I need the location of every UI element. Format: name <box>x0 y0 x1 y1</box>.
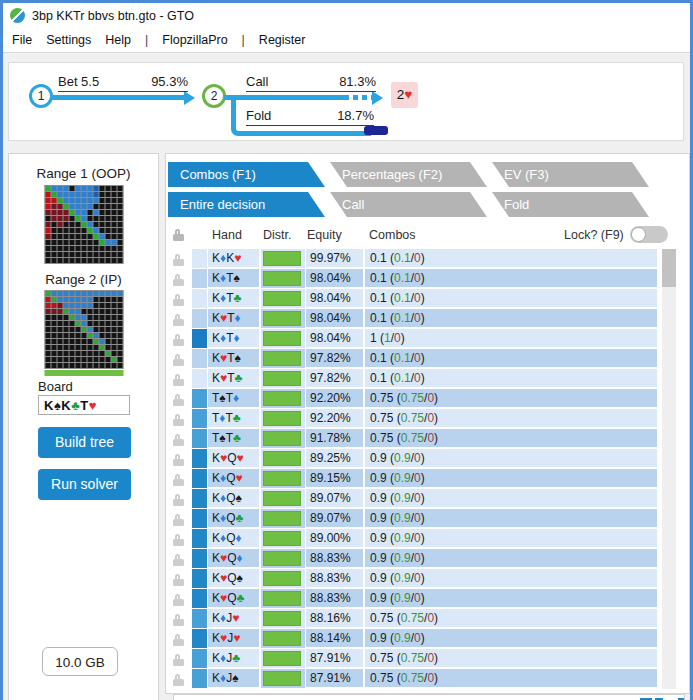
range-cell[interactable] <box>99 240 104 245</box>
range-cell[interactable] <box>75 246 80 251</box>
range-cell[interactable] <box>117 258 122 263</box>
range-cell[interactable] <box>81 252 86 257</box>
build-tree-button[interactable]: Build tree <box>38 427 131 458</box>
range-cell[interactable] <box>57 345 62 350</box>
range-cell[interactable] <box>93 192 98 197</box>
range-cell[interactable] <box>117 315 122 320</box>
row-lock-icon[interactable] <box>172 333 186 346</box>
range-cell[interactable] <box>63 192 68 197</box>
range-cell[interactable] <box>81 363 86 368</box>
range-cell[interactable] <box>111 204 116 209</box>
table-row[interactable]: K♦Q♠89.07%0.9 (0.9/0) <box>166 489 676 509</box>
range-cell[interactable] <box>75 315 80 320</box>
table-row[interactable]: K♦T♠98.04%0.1 (0.1/0) <box>166 269 676 289</box>
range-cell[interactable] <box>45 198 50 203</box>
range-cell[interactable] <box>51 204 56 209</box>
range-cell[interactable] <box>93 327 98 332</box>
range-cell[interactable] <box>57 333 62 338</box>
range-cell[interactable] <box>93 357 98 362</box>
range-cell[interactable] <box>93 228 98 233</box>
row-lock-icon[interactable] <box>172 433 186 446</box>
range-cell[interactable] <box>117 192 122 197</box>
range-cell[interactable] <box>99 321 104 326</box>
range-cell[interactable] <box>63 252 68 257</box>
range-cell[interactable] <box>99 291 104 296</box>
range-cell[interactable] <box>69 315 74 320</box>
range-cell[interactable] <box>111 309 116 314</box>
range-cell[interactable] <box>69 345 74 350</box>
range-cell[interactable] <box>93 303 98 308</box>
range-cell[interactable] <box>93 198 98 203</box>
range-cell[interactable] <box>45 228 50 233</box>
range-cell[interactable] <box>57 303 62 308</box>
range-cell[interactable] <box>45 240 50 245</box>
range-cell[interactable] <box>63 327 68 332</box>
row-lock-icon[interactable] <box>172 453 186 466</box>
range-cell[interactable] <box>51 228 56 233</box>
range-cell[interactable] <box>81 192 86 197</box>
range-cell[interactable] <box>69 204 74 209</box>
range-cell[interactable] <box>63 198 68 203</box>
table-row[interactable]: K♥Q♣88.83%0.9 (0.9/0) <box>166 589 676 609</box>
range-cell[interactable] <box>87 297 92 302</box>
row-lock-icon[interactable] <box>172 313 186 326</box>
table-row[interactable]: K♥T♠97.82%0.1 (0.1/0) <box>166 349 676 369</box>
table-row[interactable]: K♥Q♦88.83%0.9 (0.9/0) <box>166 549 676 569</box>
range-cell[interactable] <box>117 327 122 332</box>
range-cell[interactable] <box>81 321 86 326</box>
range-cell[interactable] <box>51 333 56 338</box>
range-cell[interactable] <box>81 327 86 332</box>
range-cell[interactable] <box>69 222 74 227</box>
range-cell[interactable] <box>57 240 62 245</box>
range-cell[interactable] <box>45 297 50 302</box>
range-cell[interactable] <box>57 234 62 239</box>
range-cell[interactable] <box>111 198 116 203</box>
range-cell[interactable] <box>105 192 110 197</box>
range-cell[interactable] <box>51 192 56 197</box>
range-cell[interactable] <box>87 333 92 338</box>
range-cell[interactable] <box>105 363 110 368</box>
table-row[interactable]: K♦T♦98.04%1 (1/0) <box>166 329 676 349</box>
range-cell[interactable] <box>81 357 86 362</box>
table-row[interactable]: K♦K♥99.97%0.1 (0.1/0) <box>166 249 676 269</box>
range-cell[interactable] <box>75 222 80 227</box>
range-cell[interactable] <box>63 339 68 344</box>
lock-toggle[interactable] <box>630 226 668 243</box>
range-cell[interactable] <box>87 351 92 356</box>
row-lock-icon[interactable] <box>172 353 186 366</box>
range-cell[interactable] <box>51 309 56 314</box>
range-cell[interactable] <box>117 204 122 209</box>
range-cell[interactable] <box>81 333 86 338</box>
range-cell[interactable] <box>117 198 122 203</box>
table-row[interactable]: T♠T♦92.20%0.75 (0.75/0) <box>166 389 676 409</box>
row-lock-icon[interactable] <box>172 633 186 646</box>
range-cell[interactable] <box>57 192 62 197</box>
range-cell[interactable] <box>57 309 62 314</box>
range-cell[interactable] <box>87 309 92 314</box>
range-cell[interactable] <box>51 363 56 368</box>
range-cell[interactable] <box>51 222 56 227</box>
range-cell[interactable] <box>99 363 104 368</box>
range-cell[interactable] <box>87 192 92 197</box>
table-row[interactable]: K♥T♦98.04%0.1 (0.1/0) <box>166 309 676 329</box>
range-cell[interactable] <box>63 222 68 227</box>
range-cell[interactable] <box>63 210 68 215</box>
range-cell[interactable] <box>111 234 116 239</box>
range-cell[interactable] <box>51 210 56 215</box>
range-cell[interactable] <box>99 192 104 197</box>
range-cell[interactable] <box>57 351 62 356</box>
range-cell[interactable] <box>105 198 110 203</box>
range-cell[interactable] <box>75 345 80 350</box>
range-cell[interactable] <box>99 258 104 263</box>
range-cell[interactable] <box>51 357 56 362</box>
range-cell[interactable] <box>117 363 122 368</box>
range-cell[interactable] <box>63 363 68 368</box>
range-cell[interactable] <box>45 258 50 263</box>
range-cell[interactable] <box>117 234 122 239</box>
range-cell[interactable] <box>81 345 86 350</box>
range-cell[interactable] <box>81 222 86 227</box>
range-cell[interactable] <box>75 216 80 221</box>
range-cell[interactable] <box>57 210 62 215</box>
range-cell[interactable] <box>111 303 116 308</box>
range-cell[interactable] <box>93 363 98 368</box>
